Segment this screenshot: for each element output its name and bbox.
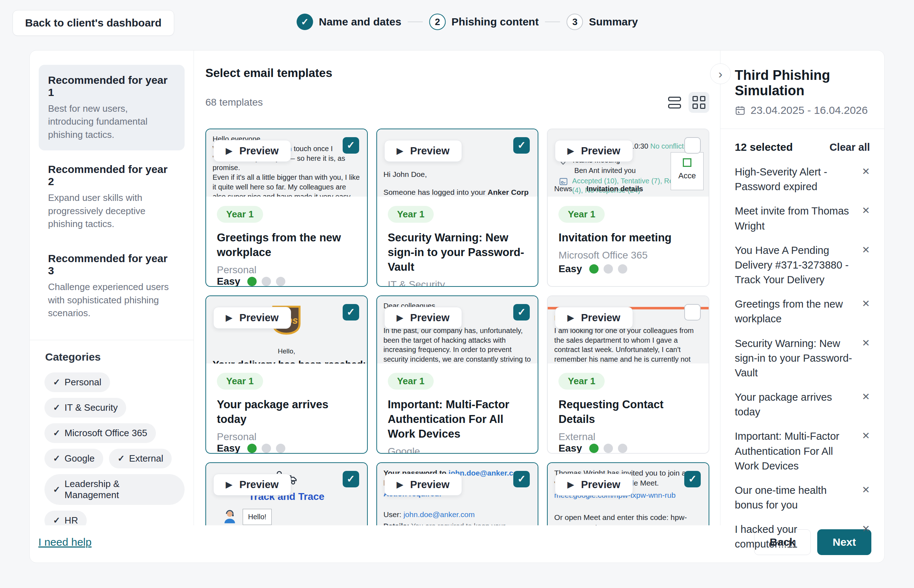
selected-item: Your package arrives today✕ (735, 390, 870, 419)
template-checkbox[interactable]: ✓ (343, 304, 359, 320)
email-preview: to 10:30 No conflicts Teams Meeting Ben … (548, 129, 709, 197)
page-title: Select email templates (205, 66, 709, 82)
selected-item-label: High-Severity Alert - Password expired (735, 165, 862, 194)
template-checkbox[interactable]: ✓ (343, 137, 359, 153)
template-checkbox[interactable]: ✓ (343, 471, 359, 487)
template-checkbox[interactable]: ✓ (513, 471, 530, 487)
check-icon: ✓ (53, 485, 60, 494)
difficulty-label: Easy (558, 443, 582, 454)
accept-icon (683, 158, 691, 167)
step-done-check-icon: ✓ (297, 14, 313, 30)
template-grid-viewport[interactable]: Hello everyone, We agreed I would get in… (205, 129, 709, 525)
template-checkbox[interactable] (684, 304, 701, 320)
category-chip-external[interactable]: ✓External (109, 449, 172, 468)
year-badge: Year 1 (388, 206, 434, 223)
preview-button[interactable]: ▶Preview (555, 474, 633, 496)
remove-item-icon[interactable]: ✕ (862, 562, 870, 563)
recommendation-title: Recommended for year 1 (48, 74, 175, 99)
recommendation-year-1[interactable]: Recommended for year 1 Best for new user… (39, 65, 185, 150)
template-category: External (558, 431, 595, 443)
preview-button[interactable]: ▶Preview (555, 140, 633, 162)
remove-item-icon[interactable]: ✕ (862, 336, 870, 350)
email-preview: usps Hello, Your delivery has been resch… (206, 296, 367, 363)
category-chip-hr[interactable]: ✓HR (44, 510, 87, 525)
remove-item-icon[interactable]: ✕ (862, 483, 870, 497)
template-card-meeting-invitation[interactable]: to 10:30 No conflicts Teams Meeting Ben … (547, 129, 709, 287)
preview-link[interactable]: john.doe@anker.com (404, 510, 475, 519)
preview-button[interactable]: ▶Preview (213, 140, 291, 162)
template-title: Invitation for meeting (558, 231, 671, 245)
category-chip-it-security[interactable]: ✓IT & Security (44, 398, 126, 418)
preview-button[interactable]: ▶Preview (384, 307, 462, 329)
selected-item: Critical security update required✕ (735, 562, 870, 563)
category-chip-google[interactable]: ✓Google (44, 449, 103, 468)
preview-button[interactable]: ▶Preview (555, 307, 633, 329)
top-bar: Back to client's dashboard ✓ Name and da… (0, 0, 914, 50)
template-title: Greetings from the new workplace (217, 231, 356, 260)
preview-text: Details: (384, 522, 409, 526)
clear-all-button[interactable]: Clear all (830, 141, 870, 153)
preview-button[interactable]: ▶Preview (213, 474, 291, 496)
template-card-mfa[interactable]: Dear colleagues, In the past, our compan… (376, 296, 539, 454)
difficulty-dot (247, 444, 257, 453)
accept-button-preview: Acce (671, 152, 703, 190)
difficulty-label: Easy (558, 263, 582, 275)
play-icon: ▶ (567, 313, 574, 323)
preview-button[interactable]: ▶Preview (384, 140, 462, 162)
remove-item-icon[interactable]: ✕ (862, 390, 870, 404)
difficulty-dot (276, 277, 285, 286)
template-card-google-meet[interactable]: Thomas Wright has invited you to join a … (547, 462, 709, 525)
back-to-dashboard-button[interactable]: Back to client's dashboard (13, 10, 174, 36)
template-card-security-warning[interactable]: Hi John Doe, Someone has logged into you… (376, 129, 539, 287)
remove-item-icon[interactable]: ✕ (862, 429, 870, 443)
year-badge: Year 1 (217, 206, 263, 223)
preview-label: Preview (410, 145, 449, 157)
grid-view-button[interactable] (689, 92, 709, 113)
template-checkbox[interactable]: ✓ (513, 304, 530, 320)
recommendation-year-3[interactable]: Recommended for year 3 Challenge experie… (39, 243, 185, 329)
step-number: 3 (567, 14, 583, 30)
chip-label: Google (65, 453, 95, 464)
template-checkbox[interactable]: ✓ (684, 471, 701, 487)
template-card-contact-details[interactable]: Dear Sir or Madam, I am looking for one … (547, 296, 709, 454)
template-checkbox[interactable]: ✓ (513, 137, 530, 153)
preview-button[interactable]: ▶Preview (384, 474, 462, 496)
step-name-and-dates[interactable]: ✓ Name and dates (297, 14, 401, 30)
remove-item-icon[interactable]: ✕ (862, 165, 870, 178)
preview-text: Hi John Doe, (384, 170, 532, 179)
difficulty-dot (262, 444, 271, 453)
selected-item-label: Your package arrives today (735, 390, 862, 419)
category-chip-microsoft-office-365[interactable]: ✓Microsoft Office 365 (44, 423, 156, 443)
preview-button[interactable]: ▶Preview (213, 307, 291, 329)
template-card-password-expired[interactable]: Your password to john.doe@anker.com has … (376, 462, 539, 525)
step-divider (408, 21, 423, 22)
preview-tab-news[interactable]: News (554, 184, 572, 194)
remove-item-icon[interactable]: ✕ (862, 243, 870, 257)
selected-templates-list: High-Severity Alert - Password expired✕ … (735, 165, 870, 563)
collapse-panel-button[interactable]: › (710, 63, 731, 84)
step-phishing-content[interactable]: 2 Phishing content (429, 14, 539, 30)
sidebar-divider (30, 340, 194, 340)
template-card-greetings-workplace[interactable]: Hello everyone, We agreed I would get in… (205, 129, 368, 287)
remove-item-icon[interactable]: ✕ (862, 297, 870, 310)
preview-text: Ben Ant invited you (574, 166, 635, 176)
play-icon: ▶ (567, 146, 574, 156)
play-icon: ▶ (397, 146, 403, 156)
template-card-track-and-trace[interactable]: Track and Trace Hello! Welcome to the in… (205, 462, 368, 525)
template-category: Microsoft Office 365 (558, 250, 647, 261)
template-category: Personal (217, 264, 257, 276)
help-link[interactable]: I need help (38, 536, 91, 548)
remove-item-icon[interactable]: ✕ (862, 522, 870, 536)
category-chip-leadership-management[interactable]: ✓Leadership & Management (44, 474, 185, 505)
check-icon: ✓ (53, 453, 60, 464)
category-chip-personal[interactable]: ✓Personal (44, 372, 110, 392)
template-card-package-delivery[interactable]: usps Hello, Your delivery has been resch… (205, 296, 368, 454)
chip-label: Personal (65, 377, 101, 388)
template-checkbox[interactable] (684, 137, 701, 153)
remove-item-icon[interactable]: ✕ (862, 204, 870, 217)
preview-tab-invitation-details[interactable]: Invitation details (587, 184, 643, 194)
recommendation-year-2[interactable]: Recommended for year 2 Expand user skill… (39, 154, 185, 239)
step-summary[interactable]: 3 Summary (567, 14, 638, 30)
difficulty-dot (618, 264, 627, 274)
list-view-button[interactable] (664, 92, 685, 113)
